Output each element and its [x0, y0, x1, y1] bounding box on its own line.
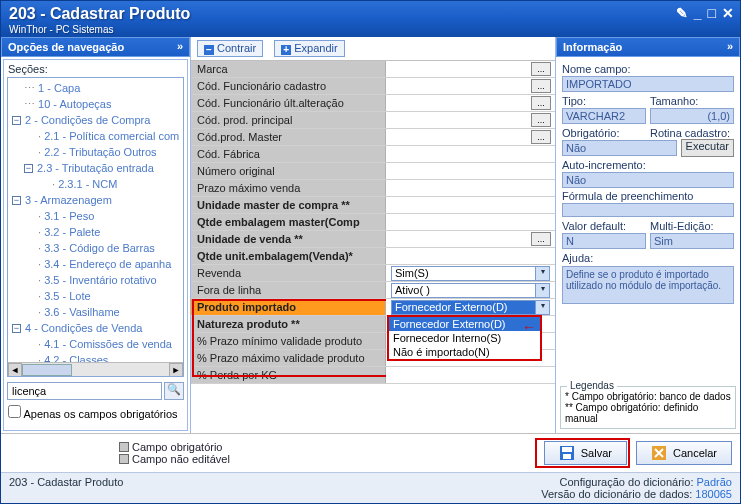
only-required-checkbox[interactable] [8, 405, 21, 418]
search-icon: 🔍 [167, 383, 181, 395]
legend-line1: * Campo obrigatório: banco de dados [565, 391, 731, 402]
cancel-button[interactable]: Cancelar [636, 441, 732, 465]
tree-item[interactable]: · 2.1 - Política comercial com [12, 128, 179, 144]
collapse-button[interactable]: −Contrair [197, 40, 263, 57]
tree-item[interactable]: −2 - Condições de Compra [12, 112, 179, 128]
svg-rect-1 [562, 447, 572, 452]
execute-button[interactable]: Executar [681, 139, 734, 157]
lookup-button[interactable]: ... [531, 113, 551, 127]
field-label: Natureza produto ** [191, 316, 386, 332]
tree-item[interactable]: · 3.3 - Código de Barras [12, 240, 179, 256]
nav-header: Opções de navegação » [1, 37, 190, 57]
tree-view[interactable]: ⋯ 1 - Capa⋯ 10 - Autopeças−2 - Condições… [7, 77, 184, 377]
tree-item[interactable]: · 3.5 - Lote [12, 288, 179, 304]
scroll-right-icon[interactable]: ► [169, 363, 183, 377]
chevron-down-icon[interactable]: ▾ [535, 301, 549, 314]
field-value[interactable]: ... [386, 112, 555, 128]
field-value[interactable]: ... [386, 231, 555, 247]
field-value[interactable]: ... [386, 61, 555, 77]
save-highlight: Salvar [535, 438, 630, 468]
field-label: Número original [191, 163, 386, 179]
toolbar: −Contrair +Expandir [191, 37, 555, 61]
field-row: Produto importadoFornecedor Externo(D)▾F… [191, 299, 555, 316]
tree-item[interactable]: · 2.3.1 - NCM [12, 176, 179, 192]
chevron-icon[interactable]: » [727, 40, 733, 52]
save-icon [559, 445, 575, 461]
help-label: Ajuda: [562, 252, 734, 264]
legend-line2: ** Campo obrigatório: definido manual [565, 402, 731, 424]
combo-box[interactable]: Ativo( )▾ [391, 283, 550, 298]
chevron-icon[interactable]: » [177, 40, 183, 52]
nav-header-label: Opções de navegação [8, 41, 124, 53]
dropdown-option[interactable]: Não é importado(N) [389, 345, 540, 359]
lookup-button[interactable]: ... [531, 62, 551, 76]
tree-item[interactable]: · 3.5 - Inventário rotativo [12, 272, 179, 288]
autoinc-value: Não [562, 172, 734, 188]
field-value[interactable] [386, 248, 555, 264]
field-value[interactable]: ... [386, 129, 555, 145]
maximize-icon[interactable]: □ [708, 5, 716, 21]
field-name-value: IMPORTADO [562, 76, 734, 92]
field-value[interactable]: Sim(S)▾ [386, 265, 555, 281]
tree-item[interactable]: · 3.2 - Palete [12, 224, 179, 240]
search-input[interactable] [7, 382, 162, 400]
field-value[interactable] [386, 163, 555, 179]
info-header-label: Informação [563, 41, 622, 53]
chevron-down-icon[interactable]: ▾ [535, 267, 549, 280]
lookup-button[interactable]: ... [531, 232, 551, 246]
combo-box[interactable]: Fornecedor Externo(D)▾ [391, 300, 550, 315]
tree-item[interactable]: −4 - Condições de Venda [12, 320, 179, 336]
save-button[interactable]: Salvar [544, 441, 627, 465]
dropdown-option[interactable]: Fornecedor Interno(S) [389, 331, 540, 345]
close-icon[interactable]: ✕ [722, 5, 734, 21]
tree-item[interactable]: ⋯ 1 - Capa [12, 80, 179, 96]
type-value: VARCHAR2 [562, 108, 646, 124]
nav-panel: Opções de navegação » Seções: ⋯ 1 - Capa… [1, 37, 191, 433]
field-label: Qtde embalagem master(Comp [191, 214, 386, 230]
field-value[interactable] [386, 214, 555, 230]
dropdown-option[interactable]: Fornecedor Externo(D)← [389, 317, 540, 331]
expand-button[interactable]: +Expandir [274, 40, 344, 57]
search-button[interactable]: 🔍 [164, 382, 184, 400]
tree-item[interactable]: −3 - Armazenagem [12, 192, 179, 208]
tree-item[interactable]: · 3.4 - Endereço de apanha [12, 256, 179, 272]
tree-item[interactable]: ⋯ 10 - Autopeças [12, 96, 179, 112]
tree-item[interactable]: · 3.6 - Vasilhame [12, 304, 179, 320]
lookup-button[interactable]: ... [531, 79, 551, 93]
scroll-thumb[interactable] [22, 364, 72, 376]
field-value[interactable]: ... [386, 78, 555, 94]
horizontal-scrollbar[interactable]: ◄ ► [8, 362, 183, 376]
field-row: Marca... [191, 61, 555, 78]
cancel-icon [651, 445, 667, 461]
field-row: Qtde embalagem master(Comp [191, 214, 555, 231]
field-name-label: Nome campo: [562, 63, 734, 75]
field-label: Revenda [191, 265, 386, 281]
edit-icon[interactable]: ✎ [676, 5, 688, 21]
field-row: Cód. prod. principal... [191, 112, 555, 129]
field-value[interactable]: ... [386, 95, 555, 111]
tree-item[interactable]: −2.3 - Tributação entrada [12, 160, 179, 176]
field-value[interactable] [386, 146, 555, 162]
tree-item[interactable]: · 2.2 - Tributação Outros [12, 144, 179, 160]
window-subtitle: WinThor - PC Sistemas [9, 24, 732, 35]
field-label: % Prazo mínimo validade produto [191, 333, 386, 349]
tree-item[interactable]: · 4.1 - Comissões de venda [12, 336, 179, 352]
field-label: Cód. prod. principal [191, 112, 386, 128]
lookup-button[interactable]: ... [531, 96, 551, 110]
field-value[interactable] [386, 197, 555, 213]
field-row: Número original [191, 163, 555, 180]
minimize-icon[interactable]: _ [694, 5, 702, 21]
lookup-button[interactable]: ... [531, 130, 551, 144]
combo-box[interactable]: Sim(S)▾ [391, 266, 550, 281]
field-row: Cód. Fábrica [191, 146, 555, 163]
scroll-left-icon[interactable]: ◄ [8, 363, 22, 377]
field-value[interactable] [386, 367, 555, 383]
field-value[interactable]: Ativo( )▾ [386, 282, 555, 298]
field-row: Prazo máximo venda [191, 180, 555, 197]
tree-item[interactable]: · 3.1 - Peso [12, 208, 179, 224]
field-value[interactable]: Fornecedor Externo(D)▾Fornecedor Externo… [386, 299, 555, 315]
field-label: % Prazo máximo validade produto [191, 350, 386, 366]
chevron-down-icon[interactable]: ▾ [535, 284, 549, 297]
default-value: N [562, 233, 646, 249]
field-value[interactable] [386, 180, 555, 196]
